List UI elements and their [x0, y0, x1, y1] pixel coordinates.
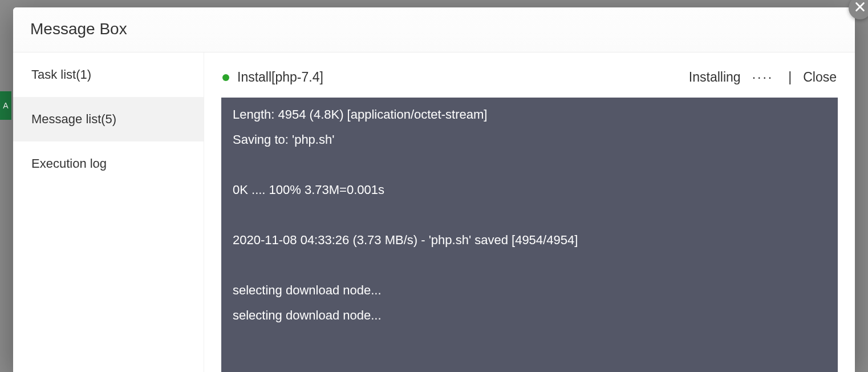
dialog-header: Message Box — [13, 7, 855, 52]
console-output[interactable]: Length: 4954 (4.8K) [application/octet-s… — [221, 98, 838, 372]
task-status-label: Installing — [689, 70, 741, 85]
dialog-body: Task list(1) Message list(5) Execution l… — [13, 52, 855, 372]
separator: | — [785, 70, 795, 85]
close-icon — [854, 1, 866, 15]
close-task-button[interactable]: Close — [803, 70, 837, 85]
message-box-dialog: Message Box Task list(1) Message list(5)… — [13, 7, 855, 372]
sidebar-item-task-list[interactable]: Task list(1) — [13, 52, 204, 97]
progress-dots-icon: ···· — [749, 70, 777, 85]
console-line: Length: 4954 (4.8K) [application/octet-s… — [233, 102, 826, 127]
status-dot-icon — [222, 74, 229, 81]
console-line — [233, 253, 826, 278]
console-wrap: Length: 4954 (4.8K) [application/octet-s… — [221, 98, 838, 372]
background-nav-fragment: A — [0, 91, 11, 120]
sidebar-item-execution-log[interactable]: Execution log — [13, 141, 204, 186]
sidebar: Task list(1) Message list(5) Execution l… — [13, 52, 204, 372]
console-line: selecting download node... — [233, 303, 826, 328]
main-panel: Install[php-7.4] Installing ···· | Close… — [204, 52, 855, 372]
task-header: Install[php-7.4] Installing ···· | Close — [221, 70, 838, 98]
task-title: Install[php-7.4] — [237, 70, 323, 85]
console-line: 0K .... 100% 3.73M=0.001s — [233, 177, 826, 203]
dialog-title: Message Box — [30, 20, 838, 38]
sidebar-item-message-list[interactable]: Message list(5) — [13, 97, 204, 141]
console-line: 2020-11-08 04:33:26 (3.73 MB/s) - 'php.s… — [233, 228, 826, 253]
console-line — [233, 203, 826, 228]
console-line: selecting download node... — [233, 278, 826, 303]
console-line — [233, 152, 826, 177]
console-line: Saving to: 'php.sh' — [233, 127, 826, 152]
